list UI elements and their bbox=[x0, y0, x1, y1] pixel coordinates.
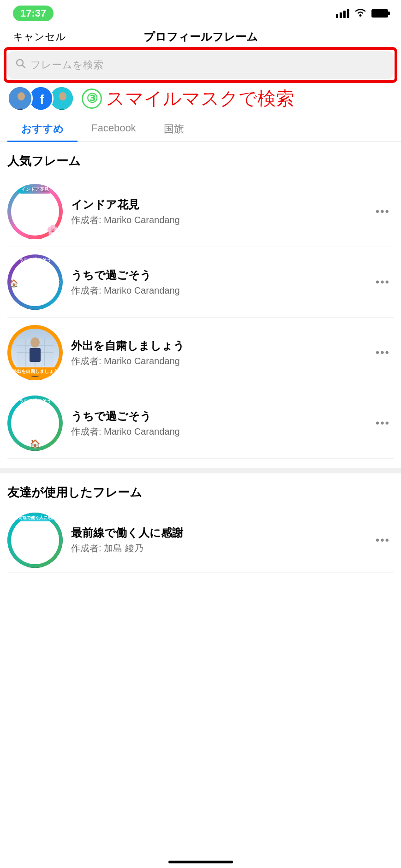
battery-icon bbox=[371, 9, 388, 18]
frame-name-4: うちで過ごそう bbox=[71, 409, 364, 424]
section-divider bbox=[0, 468, 401, 473]
more-button-5[interactable]: ••• bbox=[372, 530, 394, 550]
category-overlay-area: f ③ スマイルマスクで検索 bbox=[0, 79, 401, 111]
status-bar: 17:37 bbox=[0, 0, 401, 25]
svg-point-0 bbox=[359, 14, 362, 17]
frame-circle-1 bbox=[7, 86, 33, 111]
flower-icon: 🌸 bbox=[47, 224, 59, 236]
friends-frame-thumbnail-1: 最前線で働く人に感謝 bbox=[7, 513, 63, 568]
home-indicator-area bbox=[0, 573, 401, 600]
status-icons bbox=[336, 7, 388, 20]
frame-item: インドア花見 🌸 インドア花見 作成者: Mariko Carandang ••… bbox=[7, 177, 394, 247]
frame-name-3: 外出を自粛しましょう bbox=[71, 338, 364, 353]
svg-line-2 bbox=[23, 65, 25, 68]
friends-section-title: 友達が使用したフレーム bbox=[7, 484, 394, 501]
wifi-icon bbox=[354, 7, 367, 20]
signal-icon bbox=[336, 9, 349, 18]
frame-info-3: 外出を自粛しましょう 作成者: Mariko Carandang bbox=[71, 338, 364, 367]
step-number: ③ bbox=[82, 89, 102, 109]
frame-info-2: うちで過ごそう 作成者: Mariko Carandang bbox=[71, 268, 364, 297]
tab-facebook[interactable]: Facebook bbox=[78, 118, 150, 142]
tab-osusume[interactable]: おすすめ bbox=[7, 118, 78, 142]
category-tabs: おすすめ Facebook 国旗 bbox=[0, 118, 401, 142]
nav-header: キャンセル プロフィールフレーム bbox=[0, 25, 401, 51]
frame-list: インドア花見 🌸 インドア花見 作成者: Mariko Carandang ••… bbox=[7, 177, 394, 459]
frame-item-3: 外出を自粛しましょう 外出を自粛しましょう 作成者: Mariko Carand… bbox=[7, 318, 394, 388]
sotode-badge: 外出を自粛しましょう bbox=[8, 367, 62, 376]
frame-creator-1: 作成者: Mariko Carandang bbox=[71, 214, 364, 226]
popular-section: 人気フレーム bbox=[0, 142, 401, 459]
frame-creator-3: 作成者: Mariko Carandang bbox=[71, 355, 364, 367]
search-box[interactable]: フレームを検索 bbox=[7, 51, 394, 79]
frame-name-2: うちで過ごそう bbox=[71, 268, 364, 283]
cancel-button[interactable]: キャンセル bbox=[13, 30, 66, 44]
friends-frame-list: 最前線で働く人に感謝 最前線で働く人に感謝 作成者: 加島 綾乃 ••• bbox=[7, 508, 394, 573]
friends-frame-item-1: 最前線で働く人に感謝 最前線で働く人に感謝 作成者: 加島 綾乃 ••• bbox=[7, 508, 394, 573]
svg-text:f: f bbox=[40, 92, 44, 106]
more-button-2[interactable]: ••• bbox=[372, 272, 394, 292]
house-bottom-icon: 🏠 bbox=[30, 439, 40, 449]
frame-item-4: うちで過ごそう 🏠 うちで過ごそう 作成者: Mariko Carandang … bbox=[7, 388, 394, 459]
popular-section-title: 人気フレーム bbox=[7, 153, 394, 169]
category-overlay: f ③ スマイルマスクで検索 bbox=[7, 86, 394, 111]
search-placeholder: フレームを検索 bbox=[30, 59, 103, 71]
svg-point-4 bbox=[18, 92, 25, 100]
friends-section: 友達が使用したフレーム bbox=[0, 473, 401, 573]
frame-thumbnail-2: うちで過ごそう 🏠 ♡ bbox=[7, 254, 63, 310]
tab-kokki[interactable]: 国旗 bbox=[150, 118, 198, 142]
saizensen-label: 最前線で働く人に感謝 bbox=[12, 514, 59, 521]
more-button-4[interactable]: ••• bbox=[372, 413, 394, 433]
house-icon-left: 🏠 bbox=[9, 279, 18, 288]
frame-label: インドア花見 bbox=[18, 185, 53, 194]
status-time: 17:37 bbox=[13, 6, 54, 21]
frame-info-1: インドア花見 作成者: Mariko Carandang bbox=[71, 197, 364, 226]
frame-thumbnail-4: うちで過ごそう 🏠 bbox=[7, 396, 63, 451]
uchi-label: うちで過ごそう bbox=[19, 257, 51, 263]
heart-icon-right: ♡ bbox=[54, 279, 61, 288]
friends-frame-name-1: 最前線で働く人に感謝 bbox=[71, 526, 364, 540]
overlay-text: スマイルマスクで検索 bbox=[106, 89, 294, 109]
friends-frame-creator-1: 作成者: 加島 綾乃 bbox=[71, 542, 364, 555]
svg-point-8 bbox=[59, 92, 66, 100]
more-button-3[interactable]: ••• bbox=[372, 342, 394, 363]
friends-frame-info-1: 最前線で働く人に感謝 作成者: 加島 綾乃 bbox=[71, 526, 364, 555]
frame-name-1: インドア花見 bbox=[71, 197, 364, 212]
frame-item-2: うちで過ごそう 🏠 ♡ うちで過ごそう 作成者: Mariko Carandan… bbox=[7, 247, 394, 318]
frame-creator-4: 作成者: Mariko Carandang bbox=[71, 425, 364, 438]
frame-info-4: うちで過ごそう 作成者: Mariko Carandang bbox=[71, 409, 364, 438]
uchi2-label: うちで過ごそう bbox=[19, 398, 51, 404]
home-indicator bbox=[168, 861, 233, 863]
frame-creator-2: 作成者: Mariko Carandang bbox=[71, 284, 364, 297]
more-button-1[interactable]: ••• bbox=[372, 201, 394, 222]
search-container: フレームを検索 bbox=[7, 51, 394, 79]
search-icon bbox=[16, 59, 26, 71]
frame-thumbnail-1: インドア花見 🌸 bbox=[7, 184, 63, 239]
page-title: プロフィールフレーム bbox=[144, 30, 258, 44]
frame-thumbnail-3: 外出を自粛しましょう bbox=[7, 325, 63, 380]
